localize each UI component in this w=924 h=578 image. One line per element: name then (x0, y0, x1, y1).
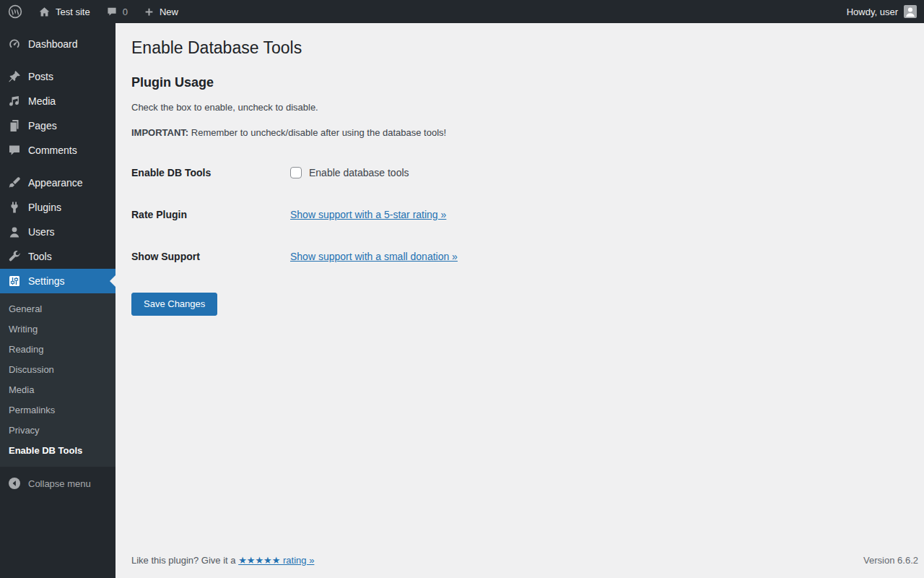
sidebar-item-label: Media (28, 95, 56, 107)
settings-form: Enable DB Tools Enable database tools Ra… (131, 152, 910, 277)
paintbrush-icon (7, 176, 22, 190)
important-text: IMPORTANT: Remember to uncheck/disable a… (131, 126, 910, 140)
admin-menu: Dashboard Posts Media (0, 23, 116, 496)
row-label: Rate Plugin (131, 209, 290, 220)
admin-bar-comments[interactable]: 0 (98, 0, 136, 23)
main-content: Enable Database Tools Plugin Usage Check… (116, 23, 924, 578)
sidebar: Dashboard Posts Media (0, 23, 116, 578)
plug-icon (7, 200, 22, 215)
submenu-item-general[interactable]: General (0, 298, 116, 319)
row-value: Enable database tools (290, 167, 409, 178)
sidebar-item-pages[interactable]: Pages (0, 113, 116, 138)
footer-version: Version 6.6.2 (863, 555, 918, 566)
sidebar-item-posts[interactable]: Posts (0, 64, 116, 89)
pages-icon (7, 118, 22, 133)
footer-rating-link[interactable]: ★★★★★ rating » (238, 555, 314, 566)
collapse-arrow-icon (7, 476, 22, 491)
pushpin-icon (7, 69, 22, 84)
submenu-label: Permalinks (9, 405, 55, 415)
row-value: Show support with a 5-star rating » (290, 209, 446, 220)
wordpress-logo-icon (8, 4, 22, 19)
sidebar-item-label: Tools (28, 251, 52, 262)
important-body: Remember to uncheck/disable after using … (188, 127, 446, 138)
menu-separator (0, 56, 116, 64)
section-title: Plugin Usage (131, 74, 910, 91)
row-value: Show support with a small donation » (290, 251, 458, 262)
form-row-show-support: Show Support Show support with a small d… (131, 236, 910, 277)
submenu-label: Enable DB Tools (9, 445, 82, 456)
site-name-label: Test site (56, 7, 90, 17)
sidebar-item-appearance[interactable]: Appearance (0, 171, 116, 195)
home-icon (38, 6, 51, 18)
form-row-rate-plugin: Rate Plugin Show support with a 5-star r… (131, 194, 910, 236)
avatar (904, 5, 917, 18)
footer-like-text: Like this plugin? Give it a (131, 555, 238, 566)
settings-submenu: General Writing Reading Discussion Media… (0, 293, 116, 467)
submit-row: Save Changes (131, 293, 910, 316)
donation-link[interactable]: Show support with a small donation » (290, 251, 458, 262)
sidebar-item-label: Posts (28, 71, 53, 82)
submenu-label: Media (9, 384, 34, 395)
checkbox-label[interactable]: Enable database tools (309, 167, 409, 178)
submenu-label: Privacy (9, 425, 40, 436)
row-label: Enable DB Tools (131, 167, 290, 178)
admin-bar-site-name[interactable]: Test site (30, 0, 98, 23)
sidebar-item-label: Appearance (28, 177, 83, 189)
sidebar-item-media[interactable]: Media (0, 89, 116, 113)
row-label: Show Support (131, 251, 290, 262)
sidebar-item-label: Plugins (28, 202, 61, 213)
submenu-item-writing[interactable]: Writing (0, 319, 116, 339)
collapse-menu-button[interactable]: Collapse menu (0, 471, 116, 496)
sidebar-item-label: Comments (28, 144, 77, 156)
collapse-menu-label: Collapse menu (28, 478, 91, 489)
submenu-label: Reading (9, 344, 43, 355)
sidebar-item-settings[interactable]: Settings (0, 269, 116, 293)
submenu-label: Writing (9, 324, 38, 335)
sidebar-item-label: Settings (28, 275, 65, 287)
sidebar-item-dashboard[interactable]: Dashboard (0, 32, 116, 56)
sidebar-item-label: Users (28, 226, 55, 238)
wrench-icon (7, 249, 22, 264)
howdy-label: Howdy, user (847, 7, 898, 17)
sidebar-item-label: Dashboard (28, 38, 78, 50)
submenu-item-permalinks[interactable]: Permalinks (0, 400, 116, 420)
footer-left: Like this plugin? Give it a ★★★★★ rating… (131, 555, 314, 566)
admin-bar-account[interactable]: Howdy, user (840, 0, 924, 23)
wordpress-logo-menu[interactable] (0, 0, 30, 23)
intro-text: Check the box to enable, uncheck to disa… (131, 100, 910, 115)
submenu-item-reading[interactable]: Reading (0, 339, 116, 359)
sidebar-item-users[interactable]: Users (0, 220, 116, 244)
sidebar-item-plugins[interactable]: Plugins (0, 195, 116, 220)
submenu-item-media[interactable]: Media (0, 379, 116, 400)
admin-bar-new[interactable]: New (136, 0, 186, 23)
submenu-item-discussion[interactable]: Discussion (0, 359, 116, 379)
menu-separator (0, 163, 116, 171)
form-row-enable-db-tools: Enable DB Tools Enable database tools (131, 152, 910, 194)
admin-bar-left: Test site 0 New (0, 0, 186, 23)
comment-bubble-icon (106, 6, 118, 17)
media-icon (7, 94, 22, 108)
footer: Like this plugin? Give it a ★★★★★ rating… (116, 548, 924, 578)
user-icon (7, 225, 22, 239)
submenu-item-enable-db-tools[interactable]: Enable DB Tools (0, 440, 116, 460)
important-label: IMPORTANT: (131, 127, 188, 138)
comments-icon (7, 143, 22, 158)
comment-count: 0 (123, 7, 128, 17)
submenu-label: General (9, 303, 42, 314)
sidebar-item-comments[interactable]: Comments (0, 138, 116, 163)
sidebar-item-label: Pages (28, 120, 57, 131)
sidebar-item-tools[interactable]: Tools (0, 244, 116, 269)
submenu-item-privacy[interactable]: Privacy (0, 420, 116, 440)
submenu-label: Discussion (9, 364, 54, 375)
new-label: New (160, 7, 178, 17)
save-changes-button[interactable]: Save Changes (131, 293, 217, 316)
enable-db-tools-checkbox[interactable] (290, 167, 302, 178)
rate-plugin-link[interactable]: Show support with a 5-star rating » (290, 209, 446, 220)
dashboard-icon (7, 37, 22, 51)
settings-sliders-icon (7, 274, 22, 288)
plus-icon (144, 7, 154, 17)
admin-bar: Test site 0 New Howdy, user (0, 0, 924, 23)
page-title: Enable Database Tools (131, 38, 910, 59)
